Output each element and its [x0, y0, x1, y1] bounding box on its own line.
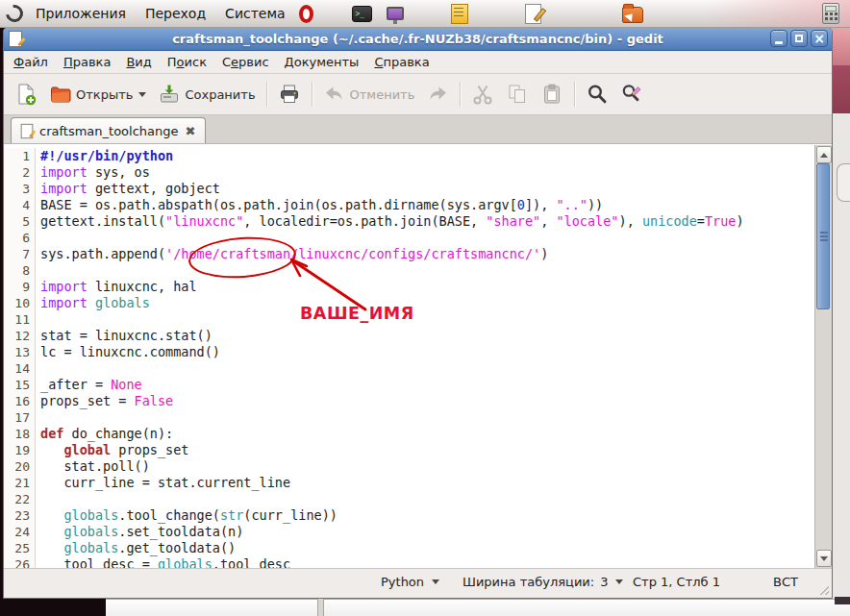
save-button[interactable]: Сохранить: [153, 79, 260, 110]
code-line: 16props_set = False: [4, 393, 814, 409]
code-line: 14: [4, 360, 814, 377]
text-editor-icon: [525, 4, 541, 24]
panel-menu-applications[interactable]: Приложения: [27, 2, 135, 25]
terminal-icon: >_: [352, 6, 372, 22]
undo-label: Отменить: [350, 87, 415, 102]
chevron-down-icon: [432, 579, 439, 584]
document-icon: [21, 123, 34, 137]
insert-mode-indicator: ВСТ: [773, 575, 798, 589]
paste-button[interactable]: [536, 79, 568, 110]
save-icon: [158, 83, 181, 106]
chevron-down-icon: [615, 579, 623, 584]
language-selector[interactable]: Python: [381, 575, 439, 589]
menu-edit[interactable]: Правка: [56, 52, 118, 72]
panel-menu-system[interactable]: Система: [216, 2, 293, 25]
cut-button[interactable]: [466, 79, 499, 110]
code-line: 12stat = linuxcnc.stat(): [4, 328, 814, 344]
scroll-down-button[interactable]: [816, 550, 832, 567]
terminal-launcher[interactable]: >_: [350, 3, 373, 24]
panel-menu-places[interactable]: Переход: [137, 2, 214, 25]
redo-button[interactable]: [421, 79, 454, 110]
paste-icon: [540, 83, 563, 106]
code-line: 2import sys, os: [4, 164, 814, 181]
archive-launcher[interactable]: [621, 3, 644, 24]
code-line: 24 globals.set_tooldata(n): [4, 524, 814, 540]
minimize-icon: [775, 41, 783, 44]
print-icon: [278, 83, 301, 106]
gedit-window: craftsman_toolchange (~/.cache/.fr-NUZb3…: [3, 27, 833, 599]
menu-tools[interactable]: Сервис: [214, 52, 277, 72]
tab-craftsman-toolchange[interactable]: craftsman_toolchange ✖: [11, 117, 206, 143]
toolbar-separator: [460, 82, 461, 107]
code-line: 26 tool_desc = globals.tool_desc: [4, 556, 814, 568]
tab-width-selector[interactable]: Ширина табуляции: 3: [462, 575, 623, 589]
distributor-logo-icon[interactable]: [2, 1, 26, 25]
tab-width-value: 3: [600, 575, 608, 589]
find-button[interactable]: [581, 79, 613, 110]
menu-search[interactable]: Поиск: [160, 52, 214, 72]
resize-grip[interactable]: [819, 585, 829, 595]
menu-documents[interactable]: Документы: [277, 52, 367, 72]
code-line: 5gettext.install("linuxcnc", localedir=o…: [4, 213, 814, 230]
cursor-position: Стр 1, Стлб 1: [633, 575, 720, 589]
tab-close-icon[interactable]: ✖: [185, 124, 197, 138]
notes-launcher[interactable]: [448, 3, 471, 24]
archive-extract-icon: [622, 7, 643, 23]
scroll-up-button[interactable]: [816, 146, 832, 163]
menu-help[interactable]: Справка: [366, 52, 437, 72]
save-label: Сохранить: [185, 87, 255, 102]
open-label: Открыть: [76, 87, 133, 102]
toolbar-separator: [574, 82, 575, 107]
tab-width-label: Ширина табуляции:: [462, 575, 594, 589]
notes-icon: [451, 4, 468, 24]
copy-button[interactable]: [501, 79, 534, 110]
code-line: 25 globals.get_tooldata(): [4, 540, 814, 556]
menu-file[interactable]: Файл: [6, 52, 56, 72]
background-window-divider: [317, 599, 324, 616]
text-area[interactable]: 1#!/usr/bin/python2import sys, os3import…: [4, 145, 814, 568]
code-line: 7sys.path.append('/home/craftsman/linuxc…: [4, 246, 814, 262]
code-line: 6: [4, 230, 814, 246]
tab-bar: craftsman_toolchange ✖: [4, 115, 832, 144]
toolbar-separator: [312, 82, 312, 107]
close-button[interactable]: ×: [811, 30, 828, 47]
code-line: 19 global props_set: [4, 442, 814, 458]
toolbar-separator: [266, 82, 267, 107]
code-line: 3import gettext, gobject: [4, 181, 814, 197]
cut-icon: [471, 83, 494, 106]
open-button[interactable]: Открыть: [44, 79, 151, 110]
maximize-button[interactable]: [790, 30, 808, 47]
code-line: 8: [4, 262, 814, 279]
code-line: 13lc = linuxcnc.command(): [4, 344, 814, 360]
desktop: [0, 599, 106, 616]
statusbar: Python Ширина табуляции: 3 Стр 1, Стлб 1…: [4, 568, 832, 598]
print-button[interactable]: [273, 79, 306, 110]
replace-button[interactable]: [615, 79, 648, 110]
minimize-button[interactable]: [770, 30, 788, 47]
language-label: Python: [381, 575, 424, 589]
opera-launcher[interactable]: [294, 3, 317, 24]
window-shadow: [835, 597, 850, 604]
code-line: 21 curr_line = stat.current_line: [4, 475, 814, 491]
code-line: 15_after = None: [4, 377, 814, 393]
redo-icon: [426, 83, 449, 106]
opera-icon: [299, 5, 313, 23]
display-launcher[interactable]: [384, 3, 407, 24]
code-line: 9import linuxcnc, hal: [4, 279, 814, 295]
background-window[interactable]: [106, 599, 850, 616]
close-icon: ×: [813, 32, 825, 45]
calculator-launcher[interactable]: [819, 3, 842, 24]
text-editor-launcher[interactable]: [521, 3, 544, 24]
undo-button[interactable]: Отменить: [318, 79, 420, 110]
background-window[interactable]: [831, 113, 850, 599]
titlebar[interactable]: craftsman_toolchange (~/.cache/.fr-NUZb3…: [4, 28, 832, 51]
scrollbar-thumb[interactable]: [816, 163, 830, 309]
desktop-panel: Приложения Переход Система >_: [0, 0, 850, 28]
copy-icon: [506, 83, 529, 106]
code-line: 17: [4, 409, 814, 426]
menu-view[interactable]: Вид: [118, 52, 159, 72]
display-icon: [387, 7, 404, 20]
new-document-button[interactable]: [10, 79, 42, 110]
new-document-icon: [14, 83, 38, 106]
vertical-scrollbar[interactable]: [814, 145, 832, 568]
